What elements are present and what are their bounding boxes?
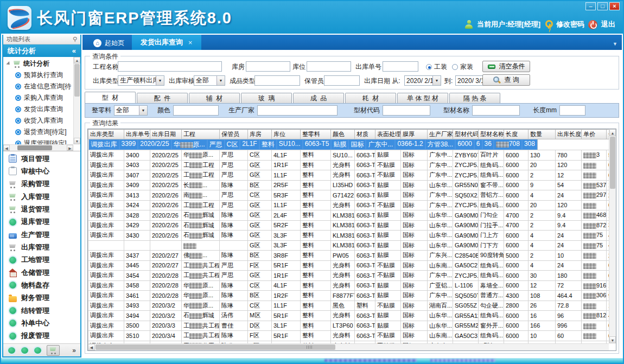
audit-select[interactable]: 全部 ▼ (194, 75, 225, 86)
column-header[interactable]: 出库日期 (150, 130, 182, 139)
sidebar-item[interactable]: 仓储管理 (3, 266, 80, 279)
sidebar-item[interactable]: 退库管理 (3, 216, 80, 228)
maximize-button[interactable]: □ (597, 2, 608, 10)
scrollbar-thumb[interactable] (95, 344, 335, 350)
column-header[interactable]: 长度 (504, 130, 529, 139)
table-row[interactable]: 调拨出库34092020/2/25长...陈琳B区2R5F整料LI35HD606… (88, 180, 609, 190)
scroll-right-icon[interactable]: ▶ (67, 145, 73, 151)
column-header[interactable]: 整零料 (301, 130, 331, 139)
table-vertical-scrollbar[interactable]: ▲ ▼ (609, 129, 616, 343)
tab-overflow-icon[interactable]: ▼ (613, 41, 617, 47)
tree-item[interactable]: 退货查询[待定] (3, 126, 73, 138)
whole-part-select[interactable]: 全部 ▼ (114, 105, 148, 116)
scroll-left-icon[interactable]: ◀ (3, 145, 10, 151)
material-tab[interactable]: 单 体 型 材 (397, 93, 448, 103)
order-no-input[interactable] (383, 61, 418, 72)
table-row[interactable]: 调拨出库34302020/2/26石辉城陈琳G区3L3F整料KLM3817606… (88, 231, 609, 241)
table-row[interactable]: 调拨出库34582020/2/28华原...陈琳C区4L1F整料光身料6063-… (88, 280, 609, 291)
material-tab[interactable]: 耗 材 (345, 93, 396, 103)
sidebar-item[interactable]: 报废管理 (3, 330, 80, 342)
scrollbar-thumb[interactable] (74, 64, 80, 97)
material-tab[interactable]: 隔 热 条 (449, 93, 500, 103)
column-header[interactable]: 库房 (248, 130, 272, 139)
tab-shipping-outbound-query[interactable]: 发货出库查询 × (132, 35, 201, 50)
product-type-input[interactable] (254, 75, 300, 86)
length-input[interactable] (559, 105, 585, 116)
radio-home[interactable]: 家装 (452, 62, 473, 72)
tree-item[interactable]: 在途信息查询[待 (3, 81, 73, 92)
material-tab[interactable]: 辅 材 (189, 93, 240, 103)
table-row[interactable]: 调拨出库34132020/2/26南...严思C区5R3F整料G71422606… (88, 190, 609, 201)
out-type-select[interactable]: 生产领料出库 ▼ (118, 75, 164, 86)
table-row[interactable]: 调拨出库34002020/2/25华原...严思C区4L1F整料SU10...6… (88, 150, 609, 161)
project-name-input[interactable] (118, 61, 222, 72)
column-header[interactable]: 生产厂家 (428, 130, 453, 139)
tree-vertical-scrollbar[interactable]: ▲ ▼ (73, 57, 80, 144)
tree-root-item[interactable]: 统计分析 (3, 58, 73, 69)
column-header[interactable]: 型材代码 (453, 130, 479, 139)
column-header[interactable]: 库位 (272, 130, 301, 139)
keeper-input[interactable] (324, 75, 360, 86)
table-row[interactable]: 调拨出库35102020/3/4工共工程陈琳F区5R1F整料光身料6063-T5… (88, 331, 609, 341)
table-row[interactable]: 调拨出库34542020/2/28工共工程严思G区1R1F整料光身料6063-T… (88, 271, 609, 281)
minimize-button[interactable]: – (585, 2, 596, 10)
scrollbar-thumb[interactable] (610, 137, 615, 189)
tree-item[interactable]: 预算执行查询 (3, 69, 73, 81)
sidebar-item[interactable]: 采购管理 (3, 178, 80, 190)
scrollbar-thumb[interactable] (17, 145, 52, 150)
material-tab[interactable]: 配 件 (137, 93, 188, 103)
stats-section-header[interactable]: 统计分析 « (3, 44, 80, 57)
table-row[interactable]: 调拨出库34612020/2/28华原...陈琳B区1R2F整料F8877FT6… (88, 291, 609, 301)
scroll-left-icon[interactable]: ◀ (88, 344, 95, 350)
sidebar-item[interactable]: 入库管理 (3, 190, 80, 203)
clear-conditions-button[interactable]: 清空条件 (482, 61, 530, 72)
more-modules-icon[interactable]: » (72, 347, 76, 354)
table-row[interactable]: 调拨出库34452020/2/27工共工程严思F区5R1F整料光身料6063-T… (88, 260, 609, 271)
table-row[interactable]: 调拨出库34032020/2/25工工程严思G区1R1F整料光身料6063-T5… (88, 160, 609, 170)
profile-name-input[interactable] (472, 105, 520, 116)
sidebar-item[interactable]: 退货管理 (3, 203, 80, 215)
pin-icon[interactable]: ⚲ (73, 36, 77, 43)
table-row[interactable]: 调拨出库35002020/3/3工共工程曹佳D区3L1F整料LT3P606063… (88, 321, 609, 331)
table-row[interactable]: 调拨出库34292020/2/26石辉城陈琳G区5R2F整料KLM3817606… (88, 220, 609, 231)
module-dot-icon[interactable] (21, 347, 28, 354)
column-header[interactable]: 保管员 (220, 130, 248, 139)
tree-item[interactable]: 收货入库查询 (3, 115, 73, 126)
scroll-up-icon[interactable]: ▲ (609, 129, 616, 136)
column-header[interactable]: 出库长度 (556, 130, 582, 139)
table-horizontal-scrollbar[interactable]: ◀ (88, 343, 609, 350)
tree-item[interactable]: 退库管理[待定] (3, 138, 73, 144)
column-header[interactable]: 型材名称 (479, 130, 504, 139)
column-header[interactable]: 颜色 (331, 130, 355, 139)
tree-item[interactable]: 采购入库查询 (3, 92, 73, 104)
table-row[interactable]: 调拨出库34282020/2/26石辉城陈琳G区2L4F整料KLM3817606… (88, 210, 609, 221)
sidebar-item[interactable]: 工地管理 (3, 254, 80, 266)
logout-link[interactable]: 退出 (601, 20, 615, 29)
column-header[interactable]: 膜厚 (401, 130, 428, 139)
module-dot-icon[interactable] (8, 347, 15, 354)
scroll-up-icon[interactable]: ▲ (74, 57, 80, 63)
column-header[interactable]: 材质 (355, 130, 375, 139)
table-row[interactable]: 调拨出库34242020/2/26工工程严思G区1L1F整料光身料6063-T5… (88, 200, 609, 210)
table-row[interactable]: 调拨出库34942020/3/2石辉城汤伟M区5R1F整料光身料6063-T5贴… (88, 311, 609, 321)
collapse-icon[interactable]: « (72, 47, 76, 55)
sidebar-item[interactable]: 项目管理 (3, 152, 80, 165)
tree-horizontal-scrollbar[interactable]: ◀ ▶ (3, 144, 73, 151)
sidebar-item[interactable]: 补单中心 (3, 317, 80, 329)
sidebar-item[interactable]: 财务管理 (3, 292, 80, 304)
column-header[interactable]: 单价 (582, 130, 607, 139)
table-row[interactable]: 调拨出库33992020/2/25华原...严思C区2L1F整料SU10...6… (88, 139, 538, 150)
material-tab[interactable]: 成 品 (293, 93, 344, 103)
tab-home[interactable]: ⌂ 起始页 (86, 36, 132, 50)
change-password-link[interactable]: 修改密码 (556, 20, 584, 29)
expander-icon[interactable] (6, 61, 11, 66)
material-tab[interactable]: 玻 璃 (241, 93, 292, 103)
column-header[interactable]: 表面处理 (375, 130, 401, 139)
sidebar-item[interactable]: 物料盘存 (3, 279, 80, 291)
sidebar-item[interactable]: 生产管理 (3, 228, 80, 241)
close-button[interactable]: × (609, 2, 620, 10)
date-from-select[interactable]: 2020/ 2/16 ▼ (404, 75, 441, 86)
table-row[interactable]: 调拨出库34932020/3/2华原...陈琳C区1L1F整料黑色塑料不贴膜国标… (88, 301, 609, 311)
profile-code-input[interactable] (383, 105, 430, 116)
table-row[interactable]: 调拨出库34072020/2/25工工程严思G区1L1F整料光身料6063-T5… (88, 170, 609, 181)
